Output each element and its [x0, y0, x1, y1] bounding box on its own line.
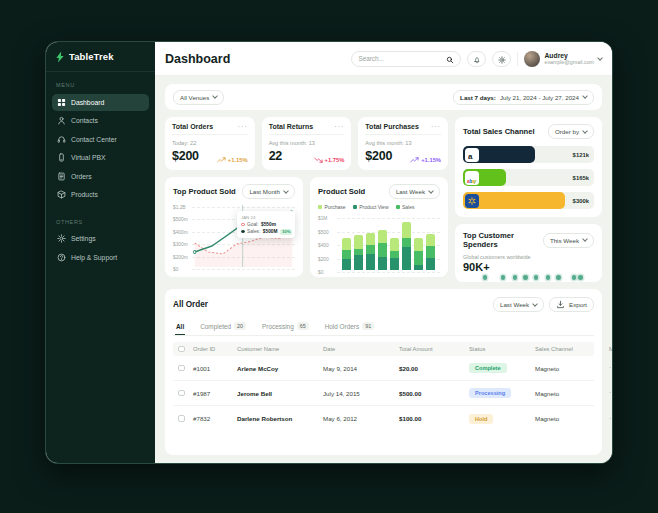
help-icon: [57, 253, 66, 262]
spenders-value: 90K+: [463, 261, 594, 273]
trend-up-icon: +1.15%: [217, 157, 248, 163]
export-button[interactable]: Export: [549, 297, 594, 312]
more-options-icon[interactable]: ···: [238, 125, 248, 129]
sidebar-item-label: Contacts: [71, 117, 98, 124]
sales-channel-rows: a $121k ebay $165k $300k: [463, 146, 594, 209]
sidebar-item-settings[interactable]: Settings: [52, 230, 149, 247]
more-options-icon[interactable]: ···: [431, 125, 441, 129]
notifications-button[interactable]: [467, 51, 486, 67]
row-checkbox[interactable]: [178, 415, 185, 422]
stat-card-total-returns: Total Returns ··· Avg this month: 13 22 …: [262, 117, 352, 170]
customer-name: Jerome Bell: [233, 390, 319, 397]
main-area: Dashboard Audrey example@gmail.com All: [155, 42, 612, 463]
chart-tooltip: JAN 24 Goal: $550m Sales: $500M 10%: [237, 211, 295, 238]
sidebar-item-contacts[interactable]: Contacts: [52, 112, 149, 129]
status-badge: Processing: [469, 388, 511, 398]
customer-location-dot: [572, 275, 577, 280]
all-order-card: All Order Last Week Export All Completed: [165, 289, 602, 455]
status-badge: Hold: [469, 414, 493, 424]
y-axis-tick: $0: [173, 267, 295, 272]
row-more-options-icon[interactable]: ···: [605, 391, 612, 395]
orders-period-dropdown[interactable]: Last Week: [493, 297, 544, 312]
tab-count-badge: 91: [362, 322, 374, 330]
customer-location-dot: [483, 275, 488, 280]
bar-chart-period-dropdown[interactable]: Last Week: [389, 184, 440, 199]
stacked-bar: [378, 230, 387, 271]
period-value: This Week: [550, 237, 579, 244]
line-chart-period-dropdown[interactable]: Last Month: [242, 184, 295, 199]
sidebar-item-dashboard[interactable]: Dashboard: [52, 94, 149, 111]
stacked-bar: [402, 222, 411, 270]
sidebar-item-label: Settings: [71, 235, 96, 242]
tab-completed[interactable]: Completed 20: [199, 319, 247, 335]
user-menu[interactable]: Audrey example@gmail.com: [524, 51, 602, 67]
column-header: Date: [319, 346, 395, 352]
sales-dot-icon: [241, 230, 245, 234]
logo[interactable]: TableTrek: [46, 42, 155, 72]
search-box[interactable]: [351, 51, 461, 67]
row-checkbox[interactable]: [178, 390, 185, 397]
sidebar-item-orders[interactable]: Orders: [52, 168, 149, 185]
more-options-icon[interactable]: ···: [334, 125, 344, 129]
stacked-bar: [414, 238, 423, 270]
venues-dropdown[interactable]: All Venues: [173, 90, 224, 105]
sidebar-item-label: Help & Support: [71, 254, 117, 261]
stat-subtitle: Avg this month: 13: [365, 140, 441, 146]
order-by-value: Order by: [555, 128, 579, 135]
table-row[interactable]: #1987 Jerome Bell July 14, 2015 $500.00 …: [173, 381, 594, 406]
order-id: #7832: [189, 415, 233, 422]
sidebar: TableTrek MENU Dashboard Contacts Contac…: [46, 42, 155, 463]
row-more-options-icon[interactable]: ···: [605, 417, 612, 421]
column-header: Sales Channel: [531, 346, 605, 352]
bell-icon: [473, 50, 481, 68]
orders-title: All Order: [173, 300, 208, 309]
search-icon: [446, 50, 454, 68]
settings-button[interactable]: [492, 51, 511, 67]
delta-badge: 10%: [280, 229, 292, 235]
content: All Venues Last 7 days: July 21, 2024 - …: [155, 76, 612, 463]
row-checkbox[interactable]: [178, 365, 185, 372]
order-id: #1001: [189, 365, 233, 372]
chevron-down-icon: [582, 128, 588, 134]
period-value: Last Month: [249, 188, 280, 195]
customer-location-dot: [501, 275, 506, 280]
sidebar-item-help-support[interactable]: Help & Support: [52, 249, 149, 266]
tab-processing[interactable]: Processing 65: [261, 319, 310, 335]
bar-chart-area[interactable]: [339, 216, 438, 270]
sidebar-item-virtual-pbx[interactable]: Virtual PBX: [52, 149, 149, 166]
table-header: Order IDCustomer NameDateTotal AmountSta…: [173, 342, 594, 356]
others-section-label: OTHERS: [56, 219, 145, 225]
table-row[interactable]: #7832 Darlene Robertson May 6, 2012 $100…: [173, 406, 594, 431]
stat-subtitle: Avg this month: 13: [269, 140, 345, 146]
card-title: Total Sales Channel: [463, 127, 535, 136]
legend-item-product-view: Product View: [353, 204, 389, 210]
tab-all[interactable]: All: [175, 319, 185, 335]
date-range-dropdown[interactable]: Last 7 days: July 21, 2024 - July 27, 20…: [453, 90, 594, 105]
card-title: Top Customer Spenders: [463, 231, 543, 249]
sidebar-item-products[interactable]: Products: [52, 186, 149, 203]
spenders-period-dropdown[interactable]: This Week: [543, 233, 594, 248]
tab-hold-orders[interactable]: Hold Orders 91: [324, 319, 375, 335]
trend-down-icon: +1.75%: [314, 157, 345, 163]
tab-count-badge: 20: [234, 322, 246, 330]
channel-row-amazon: a $121k: [463, 146, 594, 163]
total-amount: $500.00: [395, 390, 465, 397]
order-by-dropdown[interactable]: Order by: [548, 124, 594, 139]
table-row[interactable]: #1001 Arlene McCoy May 9, 2014 $20.00 Co…: [173, 356, 594, 381]
app-window: TableTrek MENU Dashboard Contacts Contac…: [46, 42, 612, 463]
stats-row: Total Orders ··· Today: 22 $200 +1.15% T…: [165, 117, 448, 170]
row-more-options-icon[interactable]: ···: [605, 366, 612, 370]
stat-subtitle: Today: 22: [172, 140, 248, 146]
select-all-checkbox[interactable]: [178, 346, 185, 353]
goal-value: $550m: [261, 222, 276, 227]
gear-icon: [498, 50, 506, 68]
search-input[interactable]: [358, 55, 442, 62]
sidebar-item-contact-center[interactable]: Contact Center: [52, 131, 149, 148]
stat-value: $200: [365, 149, 392, 163]
customer-location-dot: [578, 275, 583, 280]
stacked-bar: [342, 238, 351, 270]
sales-channel: Magneto: [531, 365, 605, 372]
stat-title: Total Purchases: [365, 123, 419, 130]
sidebar-item-label: Contact Center: [71, 136, 117, 143]
amazon-logo-icon: a: [465, 148, 479, 162]
